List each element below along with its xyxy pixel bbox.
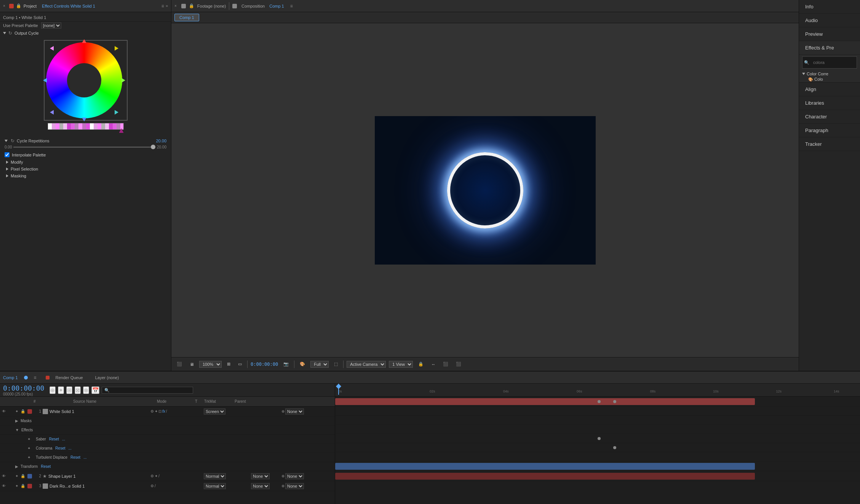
calendar-btn[interactable]: 📅 [91,386,99,394]
cycle-reps-slider[interactable] [13,147,155,148]
turbulent-options[interactable]: ... [83,455,86,459]
saber-reset[interactable]: Reset [49,437,59,441]
color-correction-toggle[interactable]: Color Corre [802,71,857,77]
effects-search-input[interactable] [811,59,855,66]
handle-right-green[interactable] [121,78,125,83]
monitor-btn[interactable]: ⬛ [174,361,184,367]
layer2-parent-select[interactable]: None [285,473,304,479]
masking-toggle[interactable] [6,174,8,177]
colorama-vis[interactable]: ✦ [27,446,30,450]
render-btn[interactable]: ⬛ [441,361,451,367]
right-panel-tracker[interactable]: Tracker [799,137,860,151]
layer2-trkmat-select[interactable]: None [251,473,270,479]
camera-select[interactable]: Active Camera [347,361,386,368]
turbulent-vis[interactable]: ✦ [27,455,30,459]
layer3-lock[interactable]: 🔒 [20,484,26,488]
colorama-reset[interactable]: Reset [55,446,65,450]
color-wheel-container[interactable] [0,37,171,137]
layer3-vis[interactable]: 👁 [0,484,8,488]
layer2-bar[interactable] [335,463,755,470]
comp-menu[interactable]: ≡ [290,3,293,9]
solo-btn[interactable]: ⊕ [50,386,56,394]
output-cycle-toggle[interactable] [3,32,6,34]
time-ruler[interactable]: 0s 02s 04s 06s 08s 10s 12s 14s [335,384,860,397]
right-panel-character[interactable]: Character [799,110,860,124]
modify-toggle[interactable] [6,161,8,164]
view-count-select[interactable]: 1 View [389,361,413,368]
layer2-sw1[interactable]: ⚙ [150,474,154,478]
layer2-vis[interactable]: 👁 [0,474,8,478]
zoom-select[interactable]: 100% [199,361,222,368]
cycle-reps-value[interactable]: 20.00 [156,139,166,143]
layer1-sw3[interactable]: ⊡ [158,409,161,413]
footage-close[interactable]: × [174,4,177,8]
right-panel-paragraph[interactable]: Paragraph [799,124,860,137]
pixel-selection-section[interactable]: Pixel Selection [3,166,168,172]
tab-project[interactable]: Project [24,4,37,8]
link-btn[interactable]: ⊗ [83,386,89,394]
modify-section[interactable]: Modify [3,159,168,166]
output-cycle-header[interactable]: ↻ Output Cycle [0,29,171,37]
transform-reset[interactable]: Reset [41,464,51,469]
star-btn[interactable]: ✦ [58,386,64,394]
handle-left-cyan[interactable] [43,78,47,83]
pixel-sel-toggle[interactable] [6,167,8,171]
layer2-mode-select[interactable]: Normal [204,473,226,479]
layer1-mode-select[interactable]: Screen [204,408,225,415]
grid-btn[interactable]: ⊞ [225,361,233,367]
interpolate-checkbox[interactable] [5,152,10,157]
panel-btn[interactable]: ⬛ [454,361,464,367]
handle-topleft-magenta[interactable] [50,46,54,51]
region-btn[interactable]: ⬚ [332,361,340,367]
preset-select[interactable]: [none] [41,22,61,29]
comp1-menu[interactable]: ≡ [34,375,37,380]
expand-icon[interactable]: » [166,3,168,9]
layer2-solo[interactable]: ✦ [14,474,20,478]
layer1-fx[interactable]: fx [162,409,165,413]
right-panel-preview[interactable]: Preview [799,27,860,41]
motion-btn[interactable]: ⊠ [75,386,81,394]
layer1-sw1[interactable]: ⚙ [150,409,154,413]
left-panel-menu[interactable]: ≡ [161,3,164,9]
right-panel-libraries[interactable]: Libraries [799,96,860,110]
masking-section[interactable]: Masking [3,172,168,179]
layer3-trkmat-select[interactable]: None [251,483,270,489]
effects-toggle[interactable]: ▼ [15,428,19,432]
right-panel-align[interactable]: Align [799,83,860,96]
layer1-sw2[interactable]: ✦ [155,409,158,413]
effects-pre-header[interactable]: Effects & Pre [799,41,860,55]
playhead[interactable] [338,384,339,395]
lock-view-btn[interactable]: 🔒 [416,361,426,367]
mask-btn[interactable]: ▭ [236,361,244,367]
footage-tab[interactable]: Footage (none) [197,4,226,8]
handle-bottom-blue[interactable] [82,118,86,121]
project-close-btn[interactable]: × [3,4,5,8]
layer1-solo[interactable]: ✦ [14,409,20,413]
right-panel-info[interactable]: Info [799,0,860,14]
screen-btn[interactable]: 🖥 [187,361,196,367]
cycle-reps-toggle[interactable] [5,140,8,142]
colorama-options[interactable]: ... [68,446,71,450]
layer3-sw1[interactable]: ⚙ [150,484,154,488]
timeline-tab-comp1[interactable]: Comp 1 [3,375,18,380]
handle-topright-yellow[interactable] [115,46,118,51]
tab-effect-controls[interactable]: Effect Controls White Solid 1 [42,4,95,8]
color-toggle[interactable]: 🎨 [297,361,307,367]
handle-bottomleft-blue2[interactable] [50,110,54,115]
flow-btn[interactable]: ↔ [429,361,438,367]
color-item-row[interactable]: 🎨 Colo [802,77,857,81]
comp1-tab[interactable]: Comp 1 [174,14,199,21]
snap-btn[interactable]: 📷 [281,361,291,367]
layer1-parent-select[interactable]: None [285,408,304,415]
layer1-sw4[interactable]: / [166,409,167,413]
transform-toggle[interactable]: ▶ [15,464,18,469]
render-queue-tab[interactable]: Render Queue [56,375,83,380]
quality-select[interactable]: Full [310,361,329,368]
handle-bottomright-cyan2[interactable] [115,110,118,115]
masks-toggle[interactable]: ▶ [15,419,18,423]
handle-top-red[interactable] [82,39,86,43]
grid-btn[interactable]: ⊞ [66,386,72,394]
turbulent-reset[interactable]: Reset [70,455,80,459]
layer2-sw3[interactable]: / [158,474,160,478]
gradient-bar-container[interactable] [48,123,124,132]
